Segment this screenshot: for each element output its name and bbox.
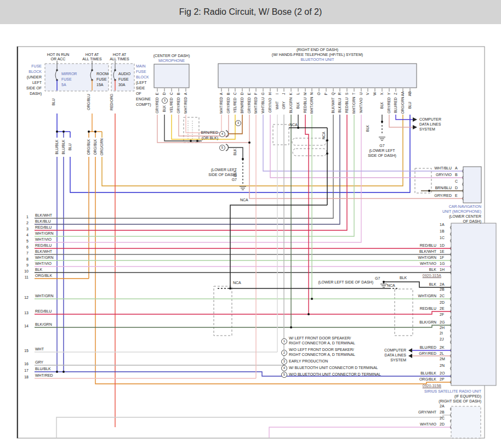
wire-label: BLK [162, 92, 167, 125]
wire-label: ORG/BLU [87, 91, 91, 113]
row-wire: BLK/WHT [35, 213, 52, 218]
nca-label: NCA [289, 123, 298, 128]
wire-label: BLK [366, 123, 370, 134]
nca-label: NCA [233, 281, 241, 286]
bluetooth-unit-box [218, 64, 417, 88]
g7-location: (LOWER LEFT SIDE OF DASH) [313, 280, 373, 285]
nca-label: NCA [322, 130, 326, 141]
bt-location2: (W/ HANDS-FREE TELEPHONE (HF/TEL) SYSTEM… [246, 53, 389, 58]
g7-ground-label: G7 [375, 276, 380, 281]
nav-pin-row: GRY/REDE [407, 194, 460, 199]
note-ref-4: 4 [219, 131, 225, 137]
sirius-unit-box [451, 406, 481, 438]
sirius-name: SIRIUS SATELLITE RADIO UNIT [399, 389, 481, 394]
note-circle: 1 [281, 338, 287, 344]
nav-unit-name: CAR-NAVIGATION [415, 205, 481, 209]
note-ref-3: 3 [162, 98, 168, 104]
note-ref-3: 3 [235, 120, 241, 126]
nav-pin-row: WHT/BLUA [407, 166, 460, 171]
g7-ground-label: G7 [198, 178, 237, 183]
computer-data-lines: COMPUTER [419, 117, 441, 122]
note-circle: 2 [281, 350, 287, 356]
wire-label: RED/ORG [110, 91, 114, 113]
mic-name: MICROPHONE [139, 59, 204, 64]
wire-label: BLU/BLK [55, 136, 59, 158]
wiring-diagram-page: Fig 2: Radio Circuit, W/ Bose (2 of 2) [0, 0, 501, 448]
option-wire-label: BRN/RED [196, 131, 218, 135]
nav-pin-row: C [407, 179, 460, 184]
main-fuse-block-caption: MAIN [136, 64, 146, 69]
mirror-fuse-label: MIRROR [61, 72, 77, 77]
note-text: W/ LEFT FRONT DOOR SPEAKER/ [289, 336, 351, 341]
bt-name: BLUETOOTH UNIT [246, 58, 389, 63]
radio-unit-box [451, 223, 496, 385]
fuse-block-caption: FUSE [20, 64, 42, 69]
nav-unit-box [463, 167, 481, 203]
nav-pin-row: GRY/VIOB [407, 173, 460, 178]
wire-label: WHT/RED [184, 89, 188, 122]
sirius-pin-row: 2A [388, 404, 448, 409]
wire-label: GRY/RED [155, 89, 160, 122]
mic-location: (CENTER OF DASH) [139, 54, 204, 59]
radio-connector-a: 0920-315A [403, 274, 441, 279]
wire-label: BLU [52, 91, 56, 113]
wire-label: ORG/BLK [87, 136, 91, 158]
bt-location: (RIGHT END OF DASH) [246, 48, 389, 53]
feed-1-line2: OR ACC [42, 57, 75, 62]
audio-fuse-label: AUDIO [118, 72, 130, 77]
nav-pin-row: BRN/BLUD [407, 186, 460, 191]
feed-3-line2: ALL TIMES [103, 57, 136, 62]
note-circle: 5 [281, 372, 287, 378]
g7-location: (LOWER LEFT [198, 168, 237, 173]
g7-ground-label: G7 [360, 144, 404, 149]
wire-label: WHT/RED [219, 89, 224, 122]
nca-label: NCA [240, 198, 248, 203]
wire-label: BLU/BLK [61, 136, 66, 158]
wire-label: ORG/BLK [93, 136, 98, 158]
wire-label: ORG/GRN [100, 136, 104, 158]
radio-connector-b: 0920-315B [403, 384, 441, 389]
wire-label: BLK [233, 146, 237, 157]
radio-pin-row: 1A [388, 223, 448, 228]
computer-data-lines: COMPUTER [378, 348, 406, 353]
note-circle: 3 [281, 359, 287, 365]
row-number: 1 [20, 215, 29, 220]
room-fuse-label: ROOM [96, 72, 109, 77]
note-ref-5: 5 [219, 145, 225, 151]
microphone-box [154, 64, 189, 88]
wire-label: GRY/RED [177, 89, 181, 122]
note-circle: 4 [281, 365, 287, 371]
wire-label: BLU [68, 136, 72, 158]
wire-label: YEL/RED [169, 89, 174, 122]
